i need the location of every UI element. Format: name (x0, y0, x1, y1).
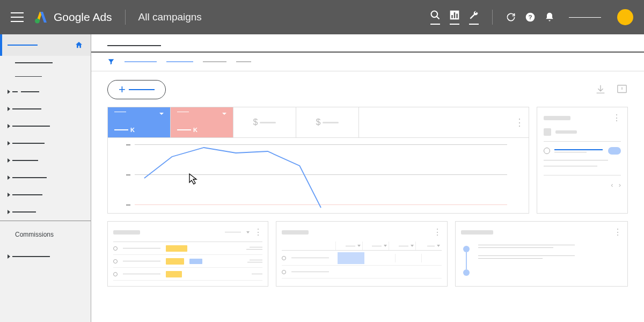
search-button[interactable] (430, 10, 441, 25)
sidebar-item-9[interactable] (0, 169, 91, 186)
sidebar-item-10[interactable] (0, 186, 91, 203)
sidebar-item-8[interactable] (0, 152, 91, 169)
sidebar-item-2[interactable] (0, 56, 91, 70)
svg-rect-3 (451, 15, 453, 18)
filter-chip-1[interactable] (125, 61, 157, 62)
app-header: Google Ads All campaigns (0, 0, 644, 34)
sidebar-item-5[interactable] (0, 100, 91, 118)
chart-more-button[interactable]: ⋮ (510, 112, 529, 133)
metric-tab-1[interactable]: K (108, 107, 171, 137)
logo-group[interactable]: Google Ads (34, 11, 112, 24)
table-row[interactable] (113, 255, 262, 268)
tools-button[interactable] (469, 10, 479, 25)
next-button[interactable]: › (619, 181, 621, 189)
sidebar-item-commissions-1[interactable] (0, 248, 91, 265)
metric-tab-4[interactable]: $ (296, 107, 359, 137)
filter-bar (91, 52, 644, 71)
profile-avatar[interactable] (617, 9, 633, 25)
metric-selector: K K $ $ (108, 107, 529, 138)
sidebar-item-4[interactable] (0, 83, 91, 100)
account-placeholder[interactable] (569, 17, 601, 18)
metric-2-unit: K (193, 127, 197, 133)
metric-1-unit: K (130, 127, 135, 133)
card-more-button[interactable]: ⋮ (254, 227, 262, 237)
feedback-icon[interactable] (616, 84, 628, 96)
menu-button[interactable] (11, 12, 24, 22)
summary-card-3: ⋮ (455, 221, 628, 287)
svg-text:?: ? (528, 13, 532, 20)
table-row[interactable] (113, 268, 262, 281)
card-more-button[interactable]: ⋮ (433, 227, 442, 237)
header-divider (125, 10, 126, 25)
plus-icon: + (119, 85, 126, 94)
cursor-icon (188, 173, 199, 185)
currency-icon: $ (253, 118, 258, 127)
bar-chart-icon (449, 10, 460, 20)
summary-card-2: ⋮ (276, 221, 448, 287)
refresh-button[interactable] (506, 12, 516, 23)
table-row[interactable] (282, 251, 442, 266)
filter-icon[interactable] (107, 58, 115, 65)
notifications-button[interactable] (544, 12, 555, 23)
product-name: Google Ads (54, 11, 112, 24)
svg-rect-5 (456, 14, 458, 18)
sidebar-section-commissions: Commissions (0, 221, 91, 248)
timeline-icon (461, 245, 472, 277)
svg-point-9 (463, 246, 470, 252)
sidebar-item-11[interactable] (0, 203, 91, 221)
scope-label[interactable]: All campaigns (138, 11, 202, 23)
line-chart (108, 138, 529, 213)
metric-tab-3[interactable]: $ (233, 107, 296, 137)
metric-tab-2[interactable]: K (171, 107, 233, 137)
search-icon (430, 10, 441, 20)
filter-chip-3[interactable] (203, 61, 226, 62)
card-more-button[interactable]: ⋮ (613, 227, 622, 237)
help-button[interactable]: ? (525, 12, 536, 23)
table-row[interactable] (113, 242, 262, 255)
svg-point-1 (431, 11, 438, 18)
google-ads-logo-icon (34, 11, 48, 24)
toolbar: + (107, 80, 628, 99)
download-icon[interactable] (595, 84, 606, 96)
card-more-button[interactable]: ⋮ (612, 113, 621, 123)
reports-button[interactable] (449, 10, 460, 25)
svg-rect-4 (454, 12, 456, 18)
currency-icon: $ (316, 118, 321, 127)
performance-chart-card: K K $ $ (107, 107, 529, 214)
radio-icon[interactable] (544, 148, 550, 154)
filter-chip-2[interactable] (166, 61, 193, 62)
sidebar-item-6[interactable] (0, 118, 91, 135)
summary-card-1: ⋮ (107, 221, 268, 287)
sidebar-item-3[interactable] (0, 70, 91, 84)
sidebar: Commissions (0, 34, 91, 322)
home-icon (75, 41, 83, 49)
main-content: + K (91, 34, 644, 322)
svg-point-0 (35, 19, 40, 24)
optimization-card: ⋮ (537, 107, 628, 214)
sidebar-item-overview[interactable] (0, 34, 91, 56)
chevron-down-icon[interactable] (246, 231, 250, 233)
chevron-down-icon (159, 113, 164, 115)
page-title (91, 34, 644, 52)
header-actions: ? (430, 9, 633, 25)
svg-point-11 (463, 269, 470, 276)
prev-button[interactable]: ‹ (611, 181, 613, 189)
wrench-icon (469, 10, 479, 20)
table-row[interactable] (282, 266, 442, 279)
toggle-pill[interactable] (608, 147, 621, 155)
add-button[interactable]: + (107, 80, 166, 99)
chevron-down-icon (222, 113, 226, 115)
sidebar-item-7[interactable] (0, 135, 91, 152)
filter-chip-4[interactable] (236, 61, 251, 62)
